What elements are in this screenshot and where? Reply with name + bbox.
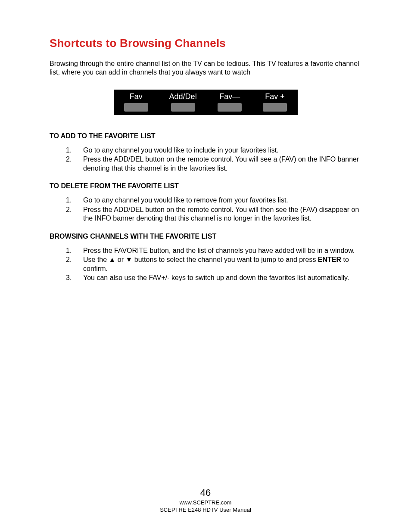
list-item: 1.Go to any channel you would like to in…: [66, 146, 361, 155]
remote-key-icon: [218, 103, 242, 112]
list-item-text: Go to any channel you would like to incl…: [83, 146, 279, 154]
page-heading: Shortcuts to Browsing Channels: [50, 37, 361, 50]
list-item-text: Press the ADD/DEL button on the remote c…: [83, 156, 359, 171]
footer-manual-title: SCEPTRE E248 HDTV User Manual: [0, 507, 411, 514]
list-item: 2.Press the ADD/DEL button on the remote…: [66, 205, 361, 223]
remote-key-icon: [171, 103, 195, 112]
page-footer: 46 www.SCEPTRE.com SCEPTRE E248 HDTV Use…: [0, 487, 411, 514]
remote-favplus-label: Fav +: [265, 92, 285, 101]
list-item: 2.Use the ▲ or ▼ buttons to select the c…: [66, 255, 361, 273]
list-item: 1.Go to any channel you would like to re…: [66, 196, 361, 205]
remote-key-icon: [124, 103, 148, 112]
remote-favplus-button: Fav +: [263, 92, 287, 112]
section-heading-add: TO ADD TO THE FAVORITE LIST: [50, 132, 361, 140]
list-item-text: Press the FAVORITE button, and the list …: [83, 247, 355, 254]
list-item-text: You can also use the FAV+/- keys to swit…: [83, 274, 349, 281]
list-item-text-a: Use the ▲ or ▼ buttons to select the cha…: [83, 256, 318, 263]
browse-list: 1.Press the FAVORITE button, and the lis…: [50, 246, 361, 283]
list-item-text: Go to any channel you would like to remo…: [83, 196, 288, 204]
section-heading-browse: BROWSING CHANNELS WITH THE FAVORITE LIST: [50, 233, 361, 240]
section-heading-delete: TO DELETE FROM THE FAVORITE LIST: [50, 182, 361, 190]
remote-fav-label: Fav: [130, 92, 143, 101]
intro-paragraph: Browsing through the entire channel list…: [50, 59, 361, 77]
remote-adddel-button: Add/Del: [169, 92, 197, 112]
remote-button-strip: Fav Add/Del Fav— Fav +: [114, 90, 298, 115]
page-number: 46: [0, 487, 411, 498]
remote-favminus-button: Fav—: [218, 92, 242, 112]
remote-adddel-label: Add/Del: [169, 92, 197, 101]
list-item: 2.Press the ADD/DEL button on the remote…: [66, 155, 361, 173]
add-list: 1.Go to any channel you would like to in…: [50, 146, 361, 173]
delete-list: 1.Go to any channel you would like to re…: [50, 196, 361, 223]
list-item: 3.You can also use the FAV+/- keys to sw…: [66, 274, 361, 282]
remote-favminus-label: Fav—: [219, 92, 240, 101]
remote-key-icon: [263, 103, 287, 112]
page-content: Shortcuts to Browsing Channels Browsing …: [0, 0, 411, 283]
list-item-text: Press the ADD/DEL button on the remote c…: [83, 206, 359, 222]
list-item-text-bold: ENTER: [318, 256, 341, 263]
remote-fav-button: Fav: [124, 92, 148, 112]
list-item: 1.Press the FAVORITE button, and the lis…: [66, 246, 361, 255]
footer-url: www.SCEPTRE.com: [0, 499, 411, 507]
